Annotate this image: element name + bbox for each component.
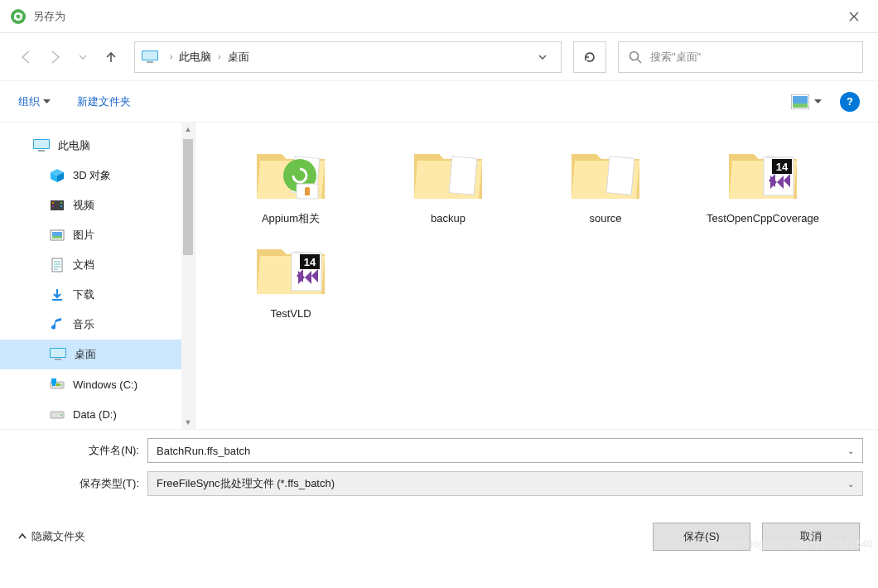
folder-item[interactable]: TestOpenCppCoverage: [701, 139, 825, 226]
svg-rect-16: [52, 205, 54, 207]
folder-icon: [411, 139, 485, 205]
chevron-right-icon[interactable]: ›: [166, 52, 176, 61]
close-button[interactable]: [835, 0, 873, 33]
folder-icon: [253, 139, 328, 205]
music-icon: [50, 317, 65, 332]
pc-icon: [33, 139, 50, 152]
search-icon: [629, 51, 642, 64]
svg-rect-18: [60, 205, 62, 207]
hide-folders-toggle[interactable]: 隐藏文件夹: [18, 529, 85, 544]
save-fields: 文件名(N): BatchRun.ffs_batch ⌄ 保存类型(T): Fr…: [0, 429, 878, 496]
scroll-up-icon[interactable]: ▲: [181, 123, 195, 136]
file-list: Appium相关backupsourceTestOpenCppCoverageT…: [195, 123, 878, 429]
svg-rect-17: [60, 202, 62, 204]
tree-item[interactable]: 下载: [0, 280, 181, 310]
window-title: 另存为: [33, 9, 65, 24]
svg-rect-15: [52, 202, 54, 204]
chevron-right-icon[interactable]: ›: [215, 52, 224, 61]
download-icon: [50, 287, 65, 302]
folder-item[interactable]: TestVLD: [229, 234, 353, 321]
tree-item-label: 下载: [73, 287, 94, 302]
svg-rect-27: [56, 383, 60, 386]
desktop-icon: [50, 348, 66, 361]
filename-input[interactable]: BatchRun.ffs_batch ⌄: [147, 438, 863, 463]
folder-label: source: [589, 212, 621, 226]
tree-item-label: 文档: [73, 258, 94, 272]
address-dropdown[interactable]: [529, 52, 556, 62]
breadcrumb-current[interactable]: 桌面: [224, 50, 253, 65]
folder-icon: [253, 234, 328, 301]
svg-rect-13: [793, 104, 808, 108]
search-placeholder: 搜索"桌面": [650, 50, 701, 65]
nav-row: › 此电脑 › 桌面 搜索"桌面": [0, 33, 878, 81]
recent-dropdown[interactable]: [71, 46, 94, 69]
svg-point-31: [60, 414, 62, 416]
video-icon: [50, 198, 65, 213]
tree-item-label: 音乐: [73, 317, 94, 332]
folder-item[interactable]: source: [543, 139, 668, 226]
filetype-label: 保存类型(T):: [15, 476, 147, 491]
address-bar[interactable]: › 此电脑 › 桌面: [134, 41, 562, 73]
cancel-button[interactable]: 取消: [762, 523, 860, 551]
help-button[interactable]: ?: [840, 92, 860, 112]
svg-rect-20: [52, 232, 62, 236]
tree-scrollbar[interactable]: ▲ ▼: [181, 123, 195, 429]
tree-item[interactable]: Data (D:): [0, 399, 181, 429]
chevron-down-icon[interactable]: ⌄: [847, 446, 854, 455]
folder-icon: [568, 139, 643, 205]
back-button[interactable]: [15, 46, 38, 69]
tree-root-thispc[interactable]: 此电脑: [0, 131, 181, 161]
folder-icon: [726, 139, 800, 205]
organize-dropdown[interactable]: 组织: [18, 94, 51, 109]
folder-label: TestVLD: [270, 307, 311, 321]
svg-rect-26: [52, 383, 55, 386]
chevron-down-icon[interactable]: ⌄: [847, 480, 854, 489]
tree-item-label: 3D 对象: [73, 168, 111, 183]
folder-label: Appium相关: [262, 212, 320, 226]
svg-rect-21: [52, 236, 62, 239]
scroll-down-icon[interactable]: ▼: [181, 416, 195, 429]
svg-rect-22: [52, 258, 62, 272]
svg-point-10: [630, 51, 639, 60]
tree-item[interactable]: 音乐: [0, 310, 181, 340]
save-button[interactable]: 保存(S): [653, 523, 750, 551]
pc-icon: [142, 51, 158, 64]
search-box[interactable]: 搜索"桌面": [618, 41, 863, 73]
toolbar: 组织 新建文件夹 ?: [0, 81, 878, 123]
tree-item[interactable]: 3D 对象: [0, 161, 181, 190]
new-folder-button[interactable]: 新建文件夹: [77, 94, 131, 109]
tree-item[interactable]: 图片: [0, 220, 181, 250]
folder-label: TestOpenCppCoverage: [707, 212, 819, 226]
doc-icon: [50, 258, 65, 272]
nav-tree: 此电脑 3D 对象视频图片文档下载音乐桌面Windows (C:)Data (D…: [0, 123, 181, 429]
filename-label: 文件名(N):: [15, 443, 147, 458]
picture-icon: [791, 94, 809, 109]
tree-item[interactable]: 文档: [0, 250, 181, 280]
titlebar: 另存为: [0, 0, 878, 33]
svg-rect-12: [793, 96, 808, 104]
chevron-down-icon: [814, 98, 822, 105]
body: 此电脑 3D 对象视频图片文档下载音乐桌面Windows (C:)Data (D…: [0, 123, 878, 429]
app-icon: [10, 8, 27, 25]
refresh-button[interactable]: [573, 41, 606, 73]
filetype-select[interactable]: FreeFileSync批处理文件 (*.ffs_batch) ⌄: [147, 471, 863, 496]
image-icon: [50, 228, 65, 243]
tree-item-label: 视频: [73, 198, 94, 213]
view-dropdown[interactable]: [791, 94, 822, 109]
tree-item-label: 桌面: [75, 347, 96, 362]
folder-label: backup: [431, 212, 466, 226]
drive-icon: [50, 407, 65, 422]
forward-button[interactable]: [43, 46, 66, 69]
tree-item-label: Data (D:): [73, 408, 117, 421]
up-button[interactable]: [99, 46, 123, 69]
tree-item[interactable]: Windows (C:): [0, 369, 181, 399]
folder-item[interactable]: Appium相关: [229, 139, 353, 226]
chevron-up-icon: [18, 533, 27, 541]
svg-rect-24: [51, 378, 56, 383]
breadcrumb-root[interactable]: 此电脑: [176, 50, 215, 65]
svg-point-29: [60, 384, 62, 386]
tree-item[interactable]: 视频: [0, 190, 181, 220]
tree-item[interactable]: 桌面: [0, 340, 181, 369]
folder-item[interactable]: backup: [386, 139, 510, 226]
scroll-thumb[interactable]: [183, 139, 193, 255]
